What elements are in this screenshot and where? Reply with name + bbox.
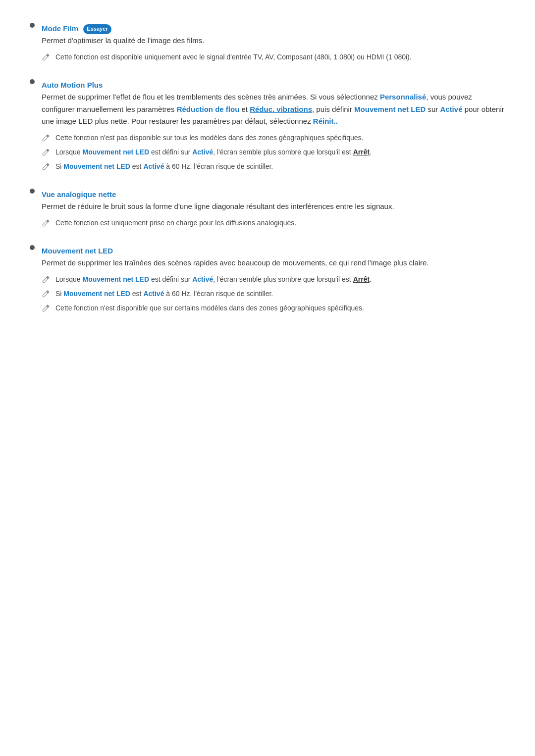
note-item-1: Lorsque Mouvement net LED est défini sur… [42, 274, 429, 285]
section-title-vue-analogique: Vue analogique nette [42, 189, 394, 201]
notes-auto-motion-plus: Cette fonction n'est pas disponible sur … [42, 133, 505, 172]
desc-mode-film: Permet d'optimiser la qualité de l'image… [42, 35, 412, 47]
title-auto-motion-plus: Auto Motion Plus [42, 81, 103, 89]
list-item-vue-analogique: Vue analogique nette Permet de réduire l… [30, 186, 505, 232]
pencil-icon [42, 218, 51, 227]
active-ref5: Activé [143, 290, 164, 298]
mouvement-net-led-ref2: Mouvement net LED [82, 148, 149, 156]
arret-ref2: Arrêt [353, 275, 370, 283]
section-vue-analogique: Vue analogique nette Permet de réduire l… [42, 189, 394, 232]
title-mouvement-net-led: Mouvement net LED [42, 247, 113, 255]
pencil-icon [42, 148, 51, 156]
note-item-3: Cette fonction n'est disponible que sur … [42, 303, 429, 313]
note-item: Cette fonction est uniquement prise en c… [42, 218, 394, 228]
section-mouvement-net-led: Mouvement net LED Permet de supprimer le… [42, 245, 429, 317]
note-text-2: Lorsque Mouvement net LED est défini sur… [55, 147, 372, 157]
list-item-mouvement-net-led: Mouvement net LED Permet de supprimer le… [30, 242, 505, 317]
essayer-badge[interactable]: Essayer [83, 24, 111, 34]
active-ref3: Activé [143, 162, 164, 170]
reinit-link: Réinit.. [313, 117, 338, 125]
pencil-icon [42, 52, 51, 61]
section-title-mode-film: Mode Film Essayer [42, 23, 412, 35]
note-item-3: Si Mouvement net LED est Activé à 60 Hz,… [42, 161, 505, 172]
desc-auto-motion-plus: Permet de supprimer l'effet de flou et l… [42, 91, 505, 128]
notes-mouvement-net-led: Lorsque Mouvement net LED est défini sur… [42, 274, 429, 313]
list-item-mode-film: Mode Film Essayer Permet d'optimiser la … [30, 20, 505, 66]
section-title-auto-motion-plus: Auto Motion Plus [42, 79, 505, 91]
notes-vue-analogique: Cette fonction est uniquement prise en c… [42, 218, 394, 228]
note-item-2: Lorsque Mouvement net LED est défini sur… [42, 147, 505, 157]
personnalise-link: Personnalisé [380, 93, 426, 101]
mouvement-net-led-ref5: Mouvement net LED [63, 290, 130, 298]
note-item-1: Cette fonction n'est pas disponible sur … [42, 133, 505, 143]
bullet-dot [30, 23, 35, 28]
arret-ref1: Arrêt [353, 148, 370, 156]
mouvement-net-led-ref3: Mouvement net LED [63, 162, 130, 170]
reduc-vibrations-link: Réduc. vibrations [250, 105, 312, 113]
notes-mode-film: Cette fonction est disponible uniquement… [42, 52, 412, 62]
note-item-2: Si Mouvement net LED est Activé à 60 Hz,… [42, 289, 429, 299]
active-ref2: Activé [192, 148, 213, 156]
note-item: Cette fonction est disponible uniquement… [42, 52, 412, 62]
section-mode-film: Mode Film Essayer Permet d'optimiser la … [42, 23, 412, 66]
pencil-icon [42, 303, 51, 312]
mouvement-net-led-ref1: Mouvement net LED [354, 105, 426, 113]
list-item-auto-motion-plus: Auto Motion Plus Permet de supprimer l'e… [30, 76, 505, 176]
note-text-1: Lorsque Mouvement net LED est défini sur… [55, 274, 372, 285]
title-mode-film: Mode Film [42, 24, 78, 33]
section-auto-motion-plus: Auto Motion Plus Permet de supprimer l'e… [42, 79, 505, 176]
main-list: Mode Film Essayer Permet d'optimiser la … [30, 20, 505, 317]
note-text-2: Si Mouvement net LED est Activé à 60 Hz,… [55, 289, 273, 299]
active-ref1: Activé [440, 105, 462, 113]
pencil-icon [42, 133, 51, 142]
note-text-3: Cette fonction n'est disponible que sur … [55, 303, 364, 313]
pencil-icon [42, 162, 51, 171]
desc-vue-analogique: Permet de réduire le bruit sous la forme… [42, 201, 394, 213]
mouvement-net-led-ref4: Mouvement net LED [82, 275, 149, 283]
bullet-dot [30, 189, 35, 194]
reduction-flou-link: Réduction de flou [177, 105, 240, 113]
section-title-mouvement-net-led: Mouvement net LED [42, 245, 429, 257]
desc-mouvement-net-led: Permet de supprimer les traînées des scè… [42, 257, 429, 269]
active-ref4: Activé [192, 275, 213, 283]
note-text-3: Si Mouvement net LED est Activé à 60 Hz,… [55, 161, 273, 172]
bullet-dot [30, 79, 35, 84]
title-vue-analogique: Vue analogique nette [42, 190, 116, 199]
bullet-dot [30, 245, 35, 250]
pencil-icon [42, 275, 51, 284]
pencil-icon [42, 289, 51, 298]
note-text-1: Cette fonction n'est pas disponible sur … [55, 133, 363, 143]
note-text: Cette fonction est disponible uniquement… [55, 52, 412, 62]
note-text: Cette fonction est uniquement prise en c… [55, 218, 296, 228]
